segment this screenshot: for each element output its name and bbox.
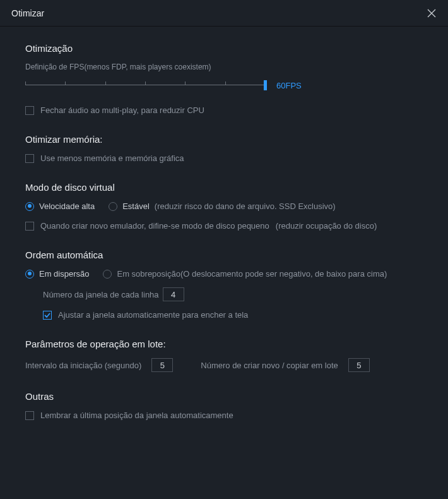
small-disk-label: Quando criar novo emulador, difine-se mo…	[40, 221, 269, 231]
interval-input[interactable]	[151, 358, 173, 372]
slider-handle[interactable]	[264, 80, 267, 90]
fps-caption: Definição de FPS(menos FDP, mais players…	[25, 63, 423, 71]
section-optimization: Otimização Definição de FPS(menos FDP, m…	[25, 43, 423, 115]
create-count-input[interactable]	[348, 358, 370, 372]
slider-tick	[145, 81, 146, 85]
section-others: Outras Lembrar a última posição da janel…	[25, 391, 423, 420]
use-less-memory-checkbox[interactable]	[25, 154, 34, 163]
remember-pos-label: Lembrar a última posição da janela autom…	[40, 411, 233, 420]
section-order: Ordem automática Em dispersão Em sobrepo…	[25, 250, 423, 320]
auto-fit-row: Ajustar a janela automaticamente para en…	[43, 310, 423, 320]
close-icon	[427, 9, 436, 18]
section-title-batch: Parâmetros de operação em lote:	[25, 339, 423, 349]
section-memory: Otimizar memória: Use menos memória e me…	[25, 134, 423, 163]
close-audio-row: Fechar áudio ao multi-play, para reduzir…	[25, 105, 423, 115]
interval-label: Intervalo da iniciação (segundo)	[25, 361, 141, 370]
remember-pos-row: Lembrar a última posição da janela autom…	[25, 411, 423, 420]
small-disk-note: (reduzir ocupação do disco)	[276, 221, 377, 231]
section-batch: Parâmetros de operação em lote: Interval…	[25, 339, 423, 372]
close-button[interactable]	[424, 6, 439, 21]
window-title: Otimizar	[11, 8, 44, 18]
order-overlay-radio[interactable]	[103, 270, 112, 279]
close-audio-label: Fechar áudio ao multi-play, para reduzir…	[40, 105, 204, 115]
use-less-memory-label: Use menos memória e memória gráfica	[40, 153, 184, 163]
slider-tick	[105, 81, 106, 85]
fps-value-label: 60FPS	[276, 81, 302, 90]
titlebar: Otimizar	[0, 0, 448, 27]
content: Otimização Definição de FPS(menos FDP, m…	[0, 27, 448, 452]
order-scatter-label: Em dispersão	[39, 269, 89, 279]
small-disk-checkbox[interactable]	[25, 222, 34, 231]
disk-stable-radio[interactable]	[109, 202, 117, 211]
small-disk-row: Quando criar novo emulador, difine-se mo…	[25, 221, 423, 231]
section-title-order: Ordem automática	[25, 250, 423, 260]
slider-tick	[185, 81, 186, 85]
section-title-others: Outras	[25, 391, 423, 402]
per-row-label: Número da janela de cada linha	[43, 290, 159, 299]
create-count-label: Número de criar novo / copiar em lote	[201, 361, 338, 370]
fps-slider-row: 60FPS	[25, 79, 423, 92]
section-title-optimization: Otimização	[25, 43, 423, 54]
slider-tick	[225, 81, 226, 85]
close-audio-checkbox[interactable]	[25, 106, 34, 115]
section-disk: Modo de disco virtual Velocidade alta Es…	[25, 182, 423, 231]
per-row-row: Número da janela de cada linha	[43, 287, 423, 301]
disk-mode-row: Velocidade alta Estável (reduzir risco d…	[25, 201, 423, 211]
disk-stable-label: Estável	[122, 201, 150, 211]
order-overlay-label: Em sobreposição(O deslocamento pode ser …	[117, 269, 387, 279]
section-title-disk: Modo de disco virtual	[25, 182, 423, 193]
per-row-input[interactable]	[163, 287, 184, 301]
check-icon	[44, 311, 51, 319]
remember-pos-checkbox[interactable]	[25, 411, 34, 420]
order-mode-row: Em dispersão Em sobreposição(O deslocame…	[25, 269, 423, 279]
use-less-memory-row: Use menos memória e memória gráfica	[25, 153, 423, 163]
disk-stable-note: (reduzir risco do dano de arquivo. SSD E…	[155, 201, 336, 211]
auto-fit-label: Ajustar a janela automaticamente para en…	[58, 310, 248, 320]
batch-params-row: Intervalo da iniciação (segundo) Número …	[25, 358, 423, 372]
slider-tick	[25, 81, 26, 85]
fps-slider[interactable]	[25, 79, 265, 92]
slider-tick	[65, 81, 66, 85]
disk-fast-label: Velocidade alta	[39, 201, 95, 211]
section-title-memory: Otimizar memória:	[25, 134, 423, 145]
disk-fast-radio[interactable]	[25, 202, 34, 211]
auto-fit-checkbox[interactable]	[43, 311, 52, 320]
order-scatter-radio[interactable]	[25, 270, 34, 279]
